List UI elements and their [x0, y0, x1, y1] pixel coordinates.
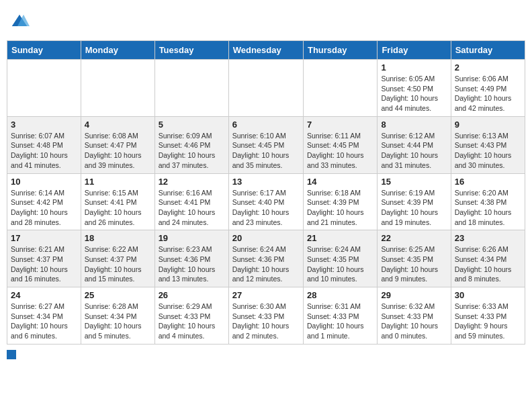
calendar-cell: 11Sunrise: 6:15 AM Sunset: 4:41 PM Dayli… — [81, 173, 154, 230]
calendar-cell: 30Sunrise: 6:33 AM Sunset: 4:33 PM Dayli… — [451, 287, 525, 345]
day-number: 18 — [85, 233, 151, 243]
calendar-week-5: 24Sunrise: 6:27 AM Sunset: 4:34 PM Dayli… — [7, 287, 525, 345]
day-number: 30 — [455, 290, 521, 300]
day-info: Sunrise: 6:05 AM Sunset: 4:50 PM Dayligh… — [381, 74, 447, 113]
day-info: Sunrise: 6:30 AM Sunset: 4:33 PM Dayligh… — [232, 302, 300, 341]
weekday-header-friday: Friday — [378, 41, 451, 60]
day-number: 15 — [381, 177, 447, 187]
day-info: Sunrise: 6:08 AM Sunset: 4:47 PM Dayligh… — [85, 131, 151, 171]
weekday-header-wednesday: Wednesday — [228, 41, 303, 60]
weekday-header-thursday: Thursday — [303, 41, 377, 60]
calendar-cell — [228, 60, 303, 117]
day-number: 25 — [85, 290, 151, 300]
calendar-week-2: 3Sunrise: 6:07 AM Sunset: 4:48 PM Daylig… — [7, 116, 525, 173]
day-number: 9 — [455, 120, 521, 130]
calendar-cell: 19Sunrise: 6:23 AM Sunset: 4:36 PM Dayli… — [154, 230, 228, 287]
calendar-cell: 24Sunrise: 6:27 AM Sunset: 4:34 PM Dayli… — [7, 287, 81, 345]
day-number: 14 — [307, 177, 373, 187]
calendar-cell: 12Sunrise: 6:16 AM Sunset: 4:41 PM Dayli… — [154, 173, 228, 230]
calendar-cell: 13Sunrise: 6:17 AM Sunset: 4:40 PM Dayli… — [228, 173, 303, 230]
day-info: Sunrise: 6:24 AM Sunset: 4:36 PM Dayligh… — [232, 244, 300, 284]
day-info: Sunrise: 6:24 AM Sunset: 4:35 PM Dayligh… — [307, 244, 373, 284]
day-number: 5 — [159, 120, 225, 130]
weekday-header-saturday: Saturday — [451, 41, 525, 60]
day-number: 13 — [232, 177, 300, 187]
day-number: 7 — [307, 120, 373, 130]
weekday-header-monday: Monday — [81, 41, 154, 60]
day-info: Sunrise: 6:33 AM Sunset: 4:33 PM Dayligh… — [455, 302, 521, 341]
day-info: Sunrise: 6:14 AM Sunset: 4:42 PM Dayligh… — [11, 188, 77, 228]
calendar-cell: 8Sunrise: 6:12 AM Sunset: 4:44 PM Daylig… — [378, 116, 451, 173]
day-info: Sunrise: 6:18 AM Sunset: 4:39 PM Dayligh… — [307, 188, 373, 228]
day-number: 27 — [232, 290, 300, 300]
day-info: Sunrise: 6:28 AM Sunset: 4:34 PM Dayligh… — [85, 302, 151, 341]
calendar-cell: 3Sunrise: 6:07 AM Sunset: 4:48 PM Daylig… — [7, 116, 81, 173]
calendar-cell: 28Sunrise: 6:31 AM Sunset: 4:33 PM Dayli… — [303, 287, 377, 345]
calendar-cell: 20Sunrise: 6:24 AM Sunset: 4:36 PM Dayli… — [228, 230, 303, 287]
day-number: 4 — [85, 120, 151, 130]
day-number: 19 — [159, 233, 225, 243]
calendar-cell: 5Sunrise: 6:09 AM Sunset: 4:46 PM Daylig… — [154, 116, 228, 173]
day-info: Sunrise: 6:32 AM Sunset: 4:33 PM Dayligh… — [381, 302, 447, 341]
day-info: Sunrise: 6:19 AM Sunset: 4:39 PM Dayligh… — [381, 188, 447, 228]
calendar-table: SundayMondayTuesdayWednesdayThursdayFrid… — [7, 40, 525, 345]
calendar-cell: 10Sunrise: 6:14 AM Sunset: 4:42 PM Dayli… — [7, 173, 81, 230]
day-info: Sunrise: 6:11 AM Sunset: 4:45 PM Dayligh… — [307, 131, 373, 171]
calendar-cell — [303, 60, 377, 117]
day-number: 22 — [381, 233, 447, 243]
day-info: Sunrise: 6:13 AM Sunset: 4:43 PM Dayligh… — [455, 131, 521, 171]
day-number: 29 — [381, 290, 447, 300]
day-number: 11 — [85, 177, 151, 187]
day-number: 21 — [307, 233, 373, 243]
day-number: 12 — [159, 177, 225, 187]
day-number: 16 — [455, 177, 521, 187]
calendar-cell: 2Sunrise: 6:06 AM Sunset: 4:49 PM Daylig… — [451, 60, 525, 117]
day-info: Sunrise: 6:21 AM Sunset: 4:37 PM Dayligh… — [11, 244, 77, 284]
day-info: Sunrise: 6:22 AM Sunset: 4:37 PM Dayligh… — [85, 244, 151, 284]
day-number: 1 — [381, 62, 447, 73]
calendar-cell: 18Sunrise: 6:22 AM Sunset: 4:37 PM Dayli… — [81, 230, 154, 287]
day-number: 28 — [307, 290, 373, 300]
day-number: 3 — [11, 120, 77, 130]
weekday-header-tuesday: Tuesday — [154, 41, 228, 60]
calendar-cell: 29Sunrise: 6:32 AM Sunset: 4:33 PM Dayli… — [378, 287, 451, 345]
calendar-cell: 4Sunrise: 6:08 AM Sunset: 4:47 PM Daylig… — [81, 116, 154, 173]
day-info: Sunrise: 6:31 AM Sunset: 4:33 PM Dayligh… — [307, 302, 373, 341]
calendar-week-4: 17Sunrise: 6:21 AM Sunset: 4:37 PM Dayli… — [7, 230, 525, 287]
day-info: Sunrise: 6:17 AM Sunset: 4:40 PM Dayligh… — [232, 188, 300, 228]
day-number: 23 — [455, 233, 521, 243]
calendar-cell: 1Sunrise: 6:05 AM Sunset: 4:50 PM Daylig… — [378, 60, 451, 117]
day-info: Sunrise: 6:15 AM Sunset: 4:41 PM Dayligh… — [85, 188, 151, 228]
calendar-cell: 22Sunrise: 6:25 AM Sunset: 4:35 PM Dayli… — [378, 230, 451, 287]
calendar-week-1: 1Sunrise: 6:05 AM Sunset: 4:50 PM Daylig… — [7, 60, 525, 117]
calendar-cell: 6Sunrise: 6:10 AM Sunset: 4:45 PM Daylig… — [228, 116, 303, 173]
calendar-cell: 26Sunrise: 6:29 AM Sunset: 4:33 PM Dayli… — [154, 287, 228, 345]
day-number: 6 — [232, 120, 300, 130]
calendar-cell: 21Sunrise: 6:24 AM Sunset: 4:35 PM Dayli… — [303, 230, 377, 287]
day-info: Sunrise: 6:09 AM Sunset: 4:46 PM Dayligh… — [159, 131, 225, 171]
day-info: Sunrise: 6:16 AM Sunset: 4:41 PM Dayligh… — [159, 188, 225, 228]
day-info: Sunrise: 6:06 AM Sunset: 4:49 PM Dayligh… — [455, 74, 521, 113]
logo — [9, 12, 31, 32]
day-info: Sunrise: 6:07 AM Sunset: 4:48 PM Dayligh… — [11, 131, 77, 171]
calendar-cell: 7Sunrise: 6:11 AM Sunset: 4:45 PM Daylig… — [303, 116, 377, 173]
day-number: 8 — [381, 120, 447, 130]
logo-icon — [9, 12, 30, 32]
calendar-cell: 9Sunrise: 6:13 AM Sunset: 4:43 PM Daylig… — [451, 116, 525, 173]
day-number: 20 — [232, 233, 300, 243]
calendar-cell — [154, 60, 228, 117]
day-number: 2 — [455, 62, 521, 73]
day-info: Sunrise: 6:26 AM Sunset: 4:34 PM Dayligh… — [455, 244, 521, 284]
day-number: 24 — [11, 290, 77, 300]
day-info: Sunrise: 6:27 AM Sunset: 4:34 PM Dayligh… — [11, 302, 77, 341]
footer — [7, 350, 525, 359]
calendar-cell: 16Sunrise: 6:20 AM Sunset: 4:38 PM Dayli… — [451, 173, 525, 230]
calendar-cell: 25Sunrise: 6:28 AM Sunset: 4:34 PM Dayli… — [81, 287, 154, 345]
weekday-header-sunday: Sunday — [7, 41, 81, 60]
day-info: Sunrise: 6:25 AM Sunset: 4:35 PM Dayligh… — [381, 244, 447, 284]
calendar-cell: 15Sunrise: 6:19 AM Sunset: 4:39 PM Dayli… — [378, 173, 451, 230]
calendar-cell: 23Sunrise: 6:26 AM Sunset: 4:34 PM Dayli… — [451, 230, 525, 287]
weekday-header-row: SundayMondayTuesdayWednesdayThursdayFrid… — [7, 41, 525, 60]
day-number: 26 — [159, 290, 225, 300]
calendar-cell: 17Sunrise: 6:21 AM Sunset: 4:37 PM Dayli… — [7, 230, 81, 287]
